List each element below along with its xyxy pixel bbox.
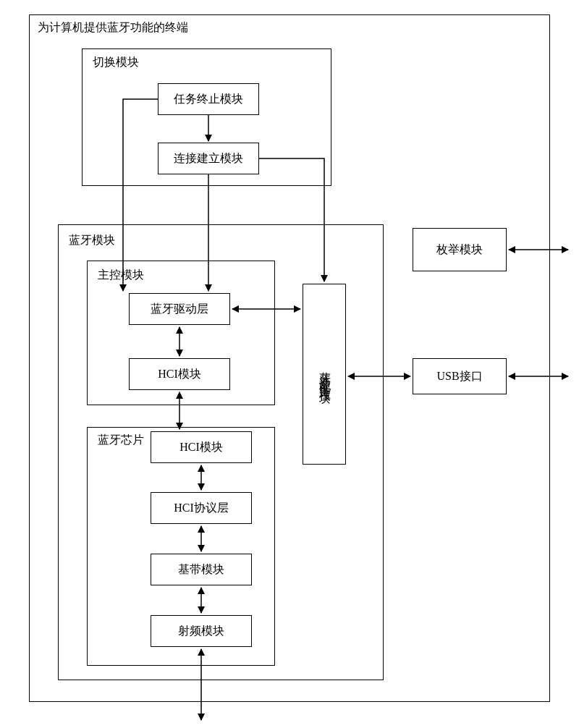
enum-module-label: 枚举模块 (436, 242, 483, 258)
hci-proto-box: HCI协议层 (151, 492, 252, 524)
host-hci-label: HCI模块 (158, 367, 201, 382)
conn-establish-label: 连接建立模块 (174, 151, 243, 166)
bt-driver-label: 蓝牙驱动层 (151, 302, 208, 317)
adapter-task-box: 蓝牙适配任务模块 (303, 284, 346, 465)
enum-module-box: 枚举模块 (413, 228, 507, 271)
terminal-label: 为计算机提供蓝牙功能的终端 (38, 20, 188, 35)
usb-interface-label: USB接口 (436, 369, 482, 384)
bt-chip-label: 蓝牙芯片 (98, 433, 144, 448)
task-terminate-label: 任务终止模块 (174, 92, 243, 107)
conn-establish-box: 连接建立模块 (158, 143, 259, 174)
bluetooth-module-label: 蓝牙模块 (69, 233, 115, 248)
hci-proto-label: HCI协议层 (174, 501, 229, 516)
task-terminate-box: 任务终止模块 (158, 83, 259, 115)
adapter-task-label: 蓝牙适配任务模块 (317, 363, 332, 386)
usb-interface-box: USB接口 (413, 358, 507, 394)
chip-hci-label: HCI模块 (179, 440, 223, 455)
switch-module-label: 切换模块 (93, 55, 139, 70)
baseband-label: 基带模块 (178, 562, 224, 577)
chip-hci-box: HCI模块 (151, 431, 252, 463)
diagram-canvas: 为计算机提供蓝牙功能的终端 切换模块 任务终止模块 连接建立模块 蓝牙模块 主控… (0, 0, 579, 728)
baseband-box: 基带模块 (151, 554, 252, 585)
rf-box: 射频模块 (151, 615, 252, 647)
host-module-label: 主控模块 (98, 268, 144, 283)
bt-driver-box: 蓝牙驱动层 (129, 293, 230, 325)
rf-label: 射频模块 (178, 624, 224, 639)
host-hci-box: HCI模块 (129, 358, 230, 390)
